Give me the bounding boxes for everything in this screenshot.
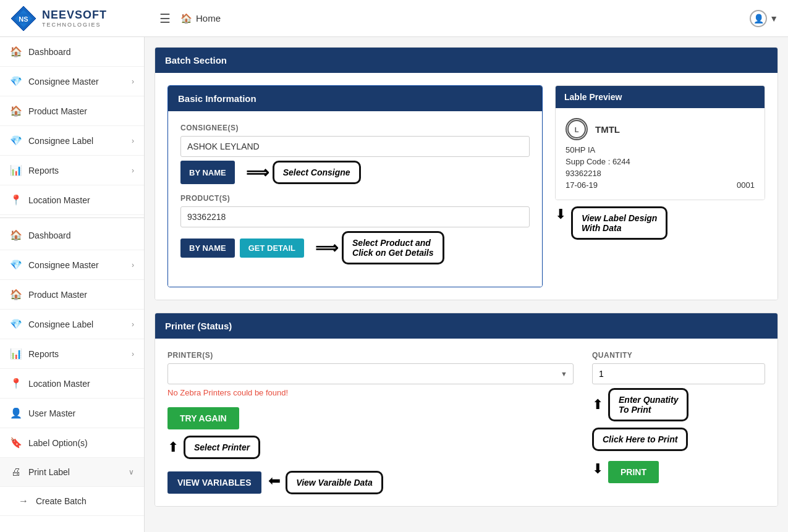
logo-text: NEEVSOFT (42, 9, 107, 21)
sidebar-item-consignee-label2[interactable]: 💎 Consignee Label › (0, 310, 144, 339)
user-icon: 👤 (10, 407, 22, 419)
label-supp-code: Supp Code : 6244 (566, 157, 755, 166)
label-code: 93362218 (566, 169, 755, 178)
consignee-annotation-callout: Select Consigne (273, 161, 361, 184)
sidebar-item-print-label[interactable]: 🖨 Print Label ∨ (0, 458, 144, 487)
quantity-input[interactable] (592, 363, 765, 384)
home-link[interactable]: 🏠 Home (180, 13, 221, 24)
printer-section-header: Printer (Status) (155, 313, 777, 339)
printer-section-card: Printer (Status) PRINTER(S) No Zebra Pri… (155, 313, 778, 507)
sidebar-label: Create Batch (36, 496, 134, 506)
print-button[interactable]: PRINT (608, 461, 659, 483)
printer-right-panel: QUANTITY ⬆ Enter QunatityTo Print Click … (592, 351, 765, 483)
printer-left-panel: PRINTER(S) No Zebra Printers could be fo… (167, 351, 574, 494)
label-annotation-callout: View Label DesignWith Data (571, 206, 667, 240)
printer-section-body: PRINTER(S) No Zebra Printers could be fo… (155, 339, 777, 506)
consignee-field-label: CONSIGNEE(S) (180, 124, 530, 132)
sidebar-item-product-master1[interactable]: 🏠 Product Master (0, 96, 144, 126)
sidebar-item-location-master1[interactable]: 📍 Location Master (0, 185, 144, 215)
printer-select-wrapper (167, 363, 574, 384)
sidebar-divider (0, 217, 144, 218)
sidebar-item-consignee-master2[interactable]: 💎 Consignee Master › (0, 250, 144, 280)
location-icon: 📍 (10, 378, 22, 389)
sidebar-label: User Master (28, 408, 134, 418)
basic-info-header: Basic Information (168, 86, 542, 111)
home-icon: 🏠 (180, 13, 192, 24)
printer-annotation: ⬆ Select Printer (167, 436, 574, 459)
logo-subtitle: TECHNOLOGIES (42, 22, 107, 28)
batch-section-header: Batch Section (155, 48, 777, 73)
sidebar-label: Product Master (28, 106, 134, 116)
home-icon: 🏠 (10, 289, 22, 300)
sidebar-item-dashboard1[interactable]: 🏠 Dashboard (0, 37, 144, 67)
sidebar-item-reports1[interactable]: 📊 Reports › (0, 156, 144, 185)
arrow-left-icon: ⬅ (268, 472, 281, 489)
basic-info-panel: Basic Information CONSIGNEE(S) BY NAME (167, 85, 543, 287)
chevron-right-icon: › (132, 166, 134, 175)
variables-annotation-callout: View Varaible Data (286, 471, 383, 494)
sidebar-item-create-batch[interactable]: → Create Batch (0, 487, 144, 516)
logo-icon: NS (10, 5, 37, 32)
sidebar-label: Print Label (28, 467, 122, 477)
tag-icon: 🔖 (10, 437, 22, 449)
sidebar-label: Consignee Label (28, 136, 125, 146)
quantity-annotation-callout: Enter QunatityTo Print (608, 388, 688, 421)
user-menu[interactable]: 👤 ▼ (750, 10, 778, 27)
sidebar-label: Consignee Master (28, 77, 125, 87)
sidebar: 🏠 Dashboard 💎 Consignee Master › 🏠 Produ… (0, 37, 145, 532)
sidebar-item-consignee-label1[interactable]: 💎 Consignee Label › (0, 126, 144, 156)
diamond-icon: 💎 (10, 259, 22, 271)
printer-icon: 🖨 (10, 467, 22, 478)
topnav: NS NEEVSOFT TECHNOLOGIES ☰ 🏠 Home 👤 ▼ (0, 0, 788, 37)
sidebar-item-user-master[interactable]: 👤 User Master (0, 399, 144, 428)
chevron-right-icon: › (132, 350, 134, 358)
sidebar-item-label-options[interactable]: 🔖 Label Option(s) (0, 428, 144, 458)
diamond-icon: 💎 (10, 318, 22, 330)
svg-text:NS: NS (19, 15, 28, 23)
chevron-right-icon: › (132, 320, 134, 329)
label-serial: 0001 (737, 180, 755, 190)
label-preview-title: Lable Preview (564, 92, 622, 102)
home-icon: 🏠 (10, 229, 22, 241)
user-avatar: 👤 (750, 10, 767, 27)
view-variables-row: VIEW VARIABLES ⬅ View Varaible Data (167, 465, 574, 494)
arrow-down-icon: ⬇ (555, 206, 566, 222)
label-preview-header: Lable Preview (556, 86, 765, 108)
sidebar-item-consignee-master1[interactable]: 💎 Consignee Master › (0, 67, 144, 96)
sidebar-label: Dashboard (28, 47, 134, 57)
sidebar-item-dashboard2[interactable]: 🏠 Dashboard (0, 221, 144, 250)
sidebar-item-product-master2[interactable]: 🏠 Product Master (0, 280, 144, 310)
main-content: Batch Section Basic Information CONSIGNE… (145, 37, 788, 532)
diamond-icon: 💎 (10, 135, 22, 146)
chevron-down-icon: ∨ (129, 468, 134, 476)
consignee-annotation-arrow: ⟹ Select Consigne (246, 161, 361, 184)
view-variables-button[interactable]: VIEW VARIABLES (167, 471, 261, 494)
consignee-by-name-button[interactable]: BY NAME (180, 161, 235, 184)
sidebar-label: Product Master (28, 290, 134, 300)
logo-area: NS NEEVSOFT TECHNOLOGIES (10, 5, 155, 32)
try-again-button[interactable]: TRY AGAIN (167, 407, 239, 429)
printer-annotation-callout: Select Printer (184, 436, 260, 459)
printer-select[interactable] (167, 363, 574, 384)
sidebar-item-reports2[interactable]: 📊 Reports › (0, 339, 144, 369)
print-annotation-callout: Click Here to Print (592, 428, 688, 451)
product-input[interactable] (180, 206, 530, 227)
label-preview-panel: Lable Preview L TMTL (555, 85, 765, 287)
product-by-name-button[interactable]: BY NAME (180, 239, 235, 258)
chart-icon: 📊 (10, 164, 22, 176)
print-button-row: ⬇ PRINT (592, 455, 765, 483)
chevron-right-icon: › (132, 261, 134, 269)
printer-section-title: Printer (Status) (165, 321, 232, 331)
arrow-right-icon: ⟹ (246, 163, 269, 182)
consignee-input[interactable] (180, 136, 530, 157)
quantity-field-label: QUANTITY (592, 351, 765, 360)
get-detail-button[interactable]: GET DETAIL (240, 239, 304, 258)
diamond-icon: 💎 (10, 75, 22, 87)
printer-error-message: No Zebra Printers could be found! (167, 388, 574, 397)
arrow-up-icon2: ⬆ (592, 397, 603, 413)
product-field-label: PRODUCT(S) (180, 194, 530, 203)
sidebar-item-location-master2[interactable]: 📍 Location Master (0, 369, 144, 399)
menu-toggle-icon[interactable]: ☰ (159, 11, 171, 26)
arrow-up-icon: ⬆ (167, 439, 179, 455)
label-product: 50HP IA (566, 145, 755, 154)
